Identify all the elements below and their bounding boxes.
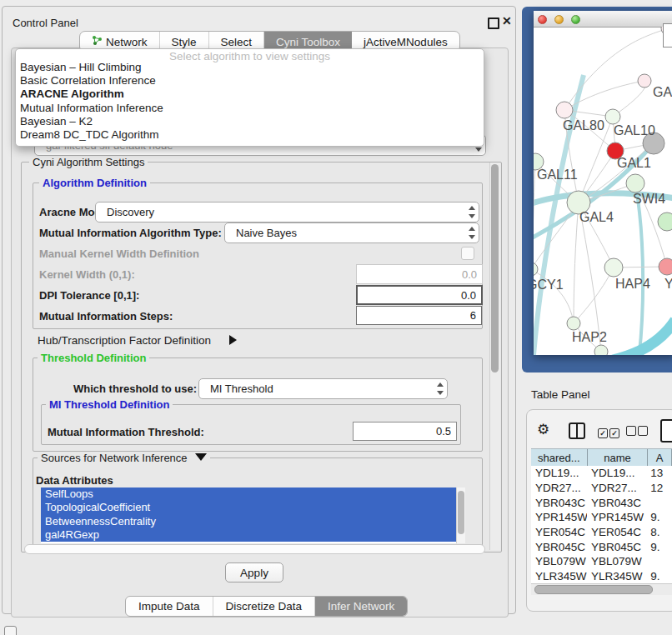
settings-hscrollbar[interactable]: [24, 544, 485, 554]
tab-label: Select: [221, 36, 253, 48]
node-label-gcy1: GCY1: [534, 278, 564, 292]
sources-group-title[interactable]: Sources for Network Inference: [38, 452, 210, 464]
mi-type-combobox[interactable]: Naive Bayes: [224, 222, 479, 243]
tab-impute-data[interactable]: Impute Data: [126, 597, 213, 616]
node-salmon-node[interactable]: [659, 258, 672, 275]
table-cell: YLR345W: [587, 570, 646, 582]
sources-title-text: Sources for Network Inference: [41, 452, 188, 464]
table-row[interactable]: YDR27...YDR27...12: [531, 481, 672, 496]
table-cell: 9.: [646, 511, 672, 523]
dpi-tolerance-field[interactable]: 0.0: [356, 285, 483, 305]
node-label-salmon-node: Y: [664, 277, 672, 291]
deselect-all-columns-icon[interactable]: [626, 426, 648, 438]
table-panel-title: Table Panel: [531, 388, 590, 401]
column-header-shared[interactable]: shared...: [531, 449, 588, 466]
control-panel-window: Control Panel ✕ NetworkStyleSelectCyni T…: [2, 6, 516, 614]
minimize-traffic-light-icon[interactable]: [554, 15, 564, 24]
data-attributes-list[interactable]: SelfLoopsTopologicalCoefficientBetweenne…: [41, 488, 456, 543]
which-threshold-combobox[interactable]: MI Threshold: [198, 378, 448, 399]
mi-threshold-field[interactable]: 0.5: [353, 422, 457, 441]
node-gal80[interactable]: [556, 102, 573, 118]
close-icon[interactable]: ✕: [502, 14, 512, 28]
control-panel-title: Control Panel: [13, 17, 78, 29]
table-hscrollbar[interactable]: [531, 583, 672, 595]
node-right-green[interactable]: [658, 212, 672, 231]
zoom-traffic-light-icon[interactable]: [571, 15, 580, 24]
table-row[interactable]: YBR043CYBR043C: [531, 495, 672, 510]
tab-discretize-data[interactable]: Discretize Data: [213, 597, 316, 616]
which-threshold-value: MI Threshold: [199, 382, 434, 395]
table-row[interactable]: YBR045CYBR045C9.: [531, 539, 672, 554]
mi-threshold-label: Mutual Information Threshold:: [48, 426, 204, 438]
algorithm-option-bayesian-k2[interactable]: Bayesian – K2: [16, 115, 484, 128]
table-cell: YDL19...: [587, 467, 646, 479]
attributes-scrollbar[interactable]: [456, 488, 465, 543]
network-toolbar-partial[interactable]: [663, 23, 672, 48]
settings-scrollbar-thumb[interactable]: [491, 164, 499, 372]
tab-label: Style: [172, 36, 197, 48]
collapsed-panel-icon[interactable]: [4, 626, 17, 635]
attribute-item-selfloops[interactable]: SelfLoops: [41, 488, 456, 501]
node-gcy1[interactable]: [534, 262, 538, 276]
attribute-item-betweennesscentrality[interactable]: BetweennessCentrality: [41, 515, 456, 528]
dpi-tolerance-label: DPI Tolerance [0,1]:: [39, 289, 139, 302]
desktop: Control Panel ✕ NetworkStyleSelectCyni T…: [0, 0, 672, 635]
node-hap4[interactable]: [604, 258, 623, 277]
kernel-width-label: Kernel Width (0,1):: [39, 268, 135, 281]
network-canvas[interactable]: GALGAL80GAL10GAL1GAL11SWI4GAL4GCY1HAP4YH…: [534, 27, 672, 355]
table-cell: YPR145W: [587, 511, 646, 523]
data-attributes-label: Data Attributes: [36, 474, 113, 487]
attributes-scrollbar-thumb[interactable]: [458, 491, 464, 534]
attribute-item-gal4rgexp[interactable]: gal4RGexp: [41, 528, 456, 542]
node-gal-top[interactable]: [638, 74, 651, 88]
table-cell: YDR27...: [531, 482, 587, 494]
new-table-icon[interactable]: [660, 419, 672, 442]
table-row[interactable]: YPR145WYPR145W9.: [531, 510, 672, 525]
column-browser-icon[interactable]: [569, 422, 585, 439]
combo-stepper-icon: [466, 223, 479, 242]
algorithm-option-aracne-algorithm[interactable]: ARACNE Algorithm: [16, 88, 484, 101]
apply-button[interactable]: Apply: [225, 562, 283, 582]
table-cell: 9.: [646, 541, 672, 553]
attribute-item-topologicalcoefficient[interactable]: TopologicalCoefficient: [41, 501, 456, 514]
close-traffic-light-icon[interactable]: [538, 15, 547, 24]
algorithm-option-bayesian-hill-climbing[interactable]: Bayesian – Hill Climbing: [16, 61, 484, 74]
table-row[interactable]: YBL079WYBL079W: [531, 554, 672, 569]
aracne-mode-combobox[interactable]: Discovery: [95, 202, 479, 222]
float-window-icon[interactable]: [488, 18, 499, 29]
algorithm-option-basic-correlation-inference[interactable]: Basic Correlation Inference: [16, 74, 484, 88]
table-row[interactable]: YLR345WYLR345W9.: [531, 569, 672, 583]
select-all-columns-icon[interactable]: ✓✓: [598, 426, 619, 438]
node-label-hap2: HAP2: [572, 330, 607, 344]
tab-label: Network: [106, 36, 148, 48]
node-label-gal4: GAL4: [579, 210, 614, 224]
column-header-name[interactable]: name: [588, 449, 648, 466]
collapse-arrow-icon[interactable]: [195, 453, 207, 461]
table-header-row: shared...nameA: [531, 448, 672, 467]
mi-threshold-definition-title: MI Threshold Definition: [46, 398, 173, 411]
expand-arrow-icon[interactable]: [229, 335, 237, 345]
table-row[interactable]: YDL19...YDL19...13: [531, 466, 672, 481]
tab-infer-network[interactable]: Infer Network: [315, 597, 407, 616]
algorithm-option-mutual-information-inference[interactable]: Mutual Information Inference: [16, 102, 484, 115]
algorithm-option-dream8-dc-tdc-algorithm[interactable]: Dream8 DC_TDC Algorithm: [16, 128, 484, 142]
table-cell: YPR145W: [531, 511, 587, 523]
combo-stepper-icon: [434, 379, 447, 398]
manual-kernel-checkbox[interactable]: [461, 247, 474, 260]
table-row[interactable]: YER054CYER054C8.: [531, 525, 672, 540]
kernel-width-field[interactable]: 0.0: [356, 264, 483, 284]
mi-type-label: Mutual Information Algorithm Type:: [39, 227, 222, 239]
table-hscrollbar-thumb[interactable]: [534, 585, 653, 594]
gear-icon[interactable]: ⚙: [537, 421, 549, 438]
node-hap2[interactable]: [567, 317, 580, 330]
node-label-gal11: GAL11: [537, 168, 578, 182]
mi-steps-field[interactable]: 6: [356, 306, 482, 325]
tab-label: Cyni Toolbox: [276, 36, 340, 48]
node-bottom-green[interactable]: [594, 345, 608, 355]
hub-definition-label[interactable]: Hub/Transcription Factor Definition: [38, 334, 211, 347]
node-gal10[interactable]: [605, 109, 620, 124]
settings-scrollbar[interactable]: [489, 162, 500, 550]
tab-label: jActiveMNodules: [364, 36, 448, 48]
column-header-a[interactable]: A: [648, 449, 672, 466]
node-swi4[interactable]: [626, 174, 644, 192]
